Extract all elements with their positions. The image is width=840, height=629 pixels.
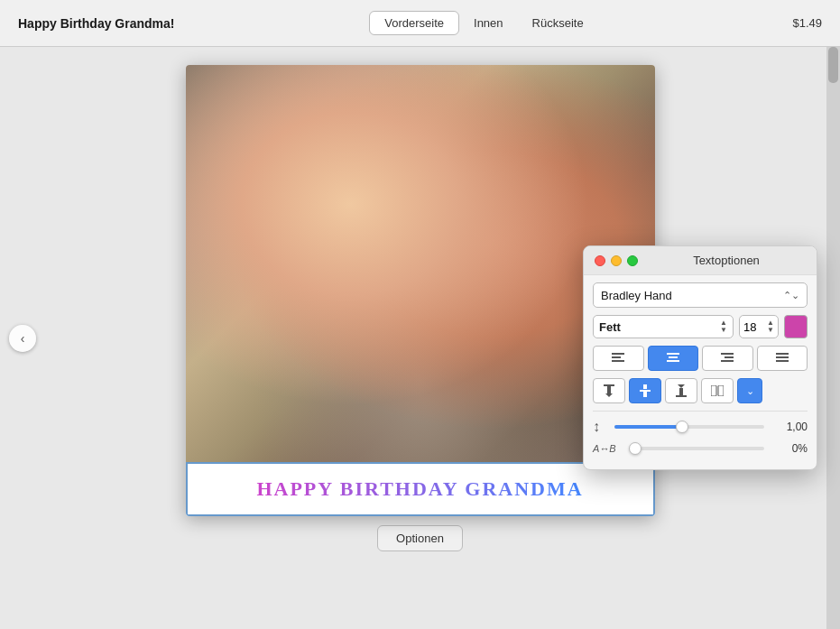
align-justify-icon: [776, 353, 789, 364]
vert-align-middle-button[interactable]: [629, 378, 661, 403]
tab-vorderseite[interactable]: Vorderseite: [369, 11, 459, 35]
svg-rect-1: [612, 356, 621, 358]
line-spacing-track[interactable]: [614, 425, 764, 429]
align-center-button[interactable]: [648, 346, 699, 371]
card-text: HAPPY BIRTHDAY GRANDMA: [256, 477, 583, 501]
columns-icon: [711, 385, 724, 396]
scrollbar-thumb[interactable]: [828, 47, 838, 83]
vert-align-middle-icon: [640, 384, 651, 397]
tab-bar: Vorderseite Innen Rückseite: [369, 11, 597, 35]
svg-rect-22: [718, 385, 724, 396]
font-size-select[interactable]: 18 ▲▼: [739, 315, 779, 338]
page-title: Happy Birthday Grandma!: [18, 16, 174, 31]
align-center-icon: [667, 353, 679, 364]
font-size-label: 18: [743, 320, 756, 334]
svg-rect-4: [669, 356, 678, 358]
columns-arrow-button[interactable]: ⌄: [737, 378, 762, 403]
svg-rect-2: [612, 360, 624, 362]
main-content: ‹ HAPPY BIRTHDAY GRANDMA Optionen Textop…: [0, 47, 840, 629]
scrollbar-track[interactable]: [826, 47, 840, 629]
panel-title: Textoptionen: [647, 254, 806, 267]
font-family-label: Bradley Hand: [601, 289, 672, 302]
svg-rect-0: [612, 353, 624, 355]
nav-left-button[interactable]: ‹: [9, 325, 36, 352]
font-style-row: Fett ▲▼ 18 ▲▼: [584, 311, 817, 342]
align-right-icon: [721, 353, 734, 364]
tracking-row: A↔B 0%: [584, 439, 817, 458]
svg-rect-19: [679, 388, 683, 395]
align-right-button[interactable]: [702, 346, 753, 371]
tracking-thumb[interactable]: [629, 442, 642, 455]
svg-rect-5: [667, 360, 679, 362]
price-label: $1.49: [792, 16, 822, 30]
font-color-swatch[interactable]: [784, 315, 808, 338]
panel-title-bar: Textoptionen: [584, 246, 817, 275]
svg-rect-12: [604, 384, 614, 386]
options-button[interactable]: Optionen: [377, 525, 463, 551]
svg-rect-3: [667, 353, 679, 355]
svg-rect-21: [711, 385, 716, 396]
line-spacing-fill: [614, 425, 682, 429]
font-style-select[interactable]: Fett ▲▼: [593, 315, 734, 338]
maximize-button[interactable]: [627, 255, 638, 266]
svg-rect-9: [776, 353, 789, 355]
text-options-panel: Textoptionen Bradley Hand ⌃⌄ Fett ▲▼ 18 …: [583, 245, 817, 470]
line-spacing-icon: ↕: [593, 419, 607, 435]
font-style-label: Fett: [599, 320, 621, 334]
line-spacing-row: ↕ 1,00: [584, 415, 817, 439]
columns-button[interactable]: [701, 378, 734, 403]
svg-rect-6: [721, 353, 734, 355]
tracking-label: A↔B: [593, 443, 622, 454]
svg-rect-15: [643, 384, 647, 389]
divider-1: [593, 411, 808, 412]
traffic-lights: [595, 255, 638, 266]
line-spacing-thumb[interactable]: [676, 421, 688, 433]
vert-align-top-button[interactable]: [593, 378, 625, 403]
close-button[interactable]: [595, 255, 605, 266]
svg-rect-16: [640, 390, 651, 392]
font-size-arrows: ▲▼: [767, 319, 774, 334]
minimize-button[interactable]: [611, 255, 622, 266]
svg-rect-17: [643, 392, 647, 397]
svg-rect-8: [721, 360, 734, 362]
tracking-value: 0%: [771, 442, 808, 455]
card-text-area[interactable]: HAPPY BIRTHDAY GRANDMA: [186, 462, 655, 516]
svg-rect-20: [676, 395, 687, 397]
svg-rect-10: [776, 356, 789, 358]
top-bar: Happy Birthday Grandma! Vorderseite Inne…: [0, 0, 840, 47]
font-family-arrow-icon: ⌃⌄: [783, 290, 799, 301]
align-left-icon: [612, 353, 624, 364]
svg-rect-11: [776, 360, 789, 362]
vert-align-bottom-icon: [676, 384, 687, 397]
line-spacing-value: 1,00: [771, 421, 808, 433]
vert-align-row: ⌄: [584, 375, 817, 407]
vert-align-top-icon: [604, 384, 614, 397]
font-family-select[interactable]: Bradley Hand ⌃⌄: [593, 282, 808, 308]
svg-rect-7: [725, 356, 734, 358]
columns-dropdown-icon: ⌄: [746, 385, 754, 397]
font-style-arrows: ▲▼: [720, 319, 727, 334]
tab-rueckseite[interactable]: Rückseite: [518, 12, 598, 34]
svg-marker-18: [678, 384, 685, 388]
svg-marker-14: [605, 393, 613, 397]
svg-rect-13: [607, 386, 611, 393]
tab-innen[interactable]: Innen: [459, 12, 518, 34]
align-justify-button[interactable]: [757, 346, 808, 371]
align-left-button[interactable]: [593, 346, 644, 371]
alignment-row: [584, 342, 817, 375]
vert-align-bottom-button[interactable]: [665, 378, 697, 403]
font-selector-row: Bradley Hand ⌃⌄: [584, 275, 817, 311]
tracking-track[interactable]: [629, 447, 764, 450]
